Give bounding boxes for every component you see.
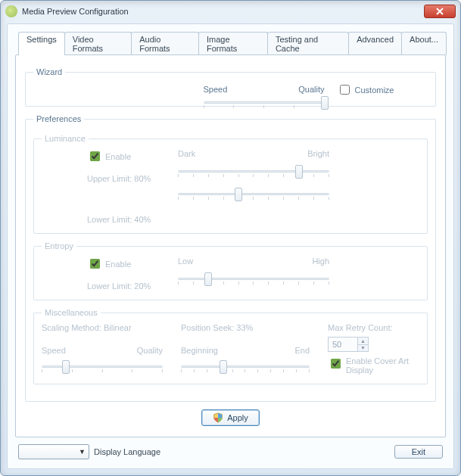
customize-checkbox[interactable]: Customize [337, 82, 394, 97]
misc-group: Miscellaneous Scaling Method: Bilinear S… [33, 308, 428, 384]
luminance-group: Luminance Enable Upper Limit: 80% Lower … [33, 134, 428, 234]
scaling-quality-label: Quality [137, 346, 163, 355]
tab-audio-formats[interactable]: Audio Formats [131, 32, 199, 55]
retry-down-button[interactable]: ▼ [357, 345, 368, 352]
luminance-enable-checkbox[interactable]: Enable [87, 149, 155, 163]
close-icon [436, 8, 444, 15]
tab-about[interactable]: About... [401, 32, 447, 55]
coverart-checkbox[interactable]: Enable Cover Art Display [328, 356, 419, 375]
luminance-upper-label: Upper Limit: 80% [87, 174, 155, 183]
tab-strip: Settings Video Formats Audio Formats Ima… [18, 32, 446, 55]
apply-button[interactable]: Apply [201, 409, 260, 426]
tab-video-formats[interactable]: Video Formats [64, 32, 132, 55]
window-title: Media Preview Configuration [22, 7, 129, 16]
tab-advanced[interactable]: Advanced [348, 32, 402, 55]
preferences-group: Preferences Luminance Enable Upper Limit… [25, 114, 436, 402]
entropy-legend: Entropy [42, 241, 76, 250]
window: Media Preview Configuration Settings Vid… [0, 0, 461, 476]
close-button[interactable] [424, 5, 456, 18]
tab-image-formats[interactable]: Image Formats [198, 32, 268, 55]
wizard-group: Wizard Speed Quality [25, 67, 436, 107]
exit-button[interactable]: Exit [394, 445, 443, 459]
position-end-label: End [294, 346, 310, 355]
luminance-lower-label: Lower Limit: 40% [87, 215, 155, 224]
luminance-legend: Luminance [42, 134, 89, 143]
tab-testing-cache[interactable]: Testing and Cache [267, 32, 349, 55]
shield-icon [213, 412, 223, 423]
luminance-dark-label: Dark [178, 149, 195, 158]
entropy-group: Entropy Enable Lower Limit: 20% Low [33, 241, 428, 300]
entropy-enable-checkbox[interactable]: Enable [87, 257, 155, 271]
retry-label: Max Retry Count: [328, 323, 419, 332]
preferences-legend: Preferences [33, 114, 84, 123]
luminance-bright-label: Bright [307, 149, 329, 158]
tab-settings[interactable]: Settings [18, 32, 65, 55]
bottom-bar: ▼ Display Language Exit [18, 444, 443, 459]
chevron-down-icon: ▼ [79, 448, 86, 456]
language-combo[interactable]: ▼ [18, 444, 89, 459]
entropy-high-label: High [312, 257, 329, 266]
retry-spinner[interactable]: 50 ▲ ▼ [328, 337, 369, 352]
retry-up-button[interactable]: ▲ [357, 338, 368, 345]
misc-legend: Miscellaneous [42, 308, 101, 317]
wizard-speed-label: Speed [204, 85, 228, 94]
entropy-lower-label: Lower Limit: 20% [87, 282, 155, 291]
titlebar: Media Preview Configuration [1, 1, 460, 22]
wizard-legend: Wizard [33, 67, 65, 76]
position-beginning-label: Beginning [181, 346, 218, 355]
retry-value: 50 [329, 338, 357, 351]
scaling-method-label: Scaling Method: Bilinear [42, 323, 163, 343]
tab-body: Wizard Speed Quality [15, 54, 446, 437]
display-language-label: Display Language [94, 447, 160, 456]
app-icon [5, 5, 17, 17]
entropy-low-label: Low [178, 257, 193, 266]
position-seek-label: Position Seek: 33% [181, 323, 310, 343]
scaling-speed-label: Speed [42, 346, 66, 355]
client-area: Settings Video Formats Audio Formats Ima… [7, 23, 454, 469]
wizard-quality-label: Quality [298, 85, 324, 94]
